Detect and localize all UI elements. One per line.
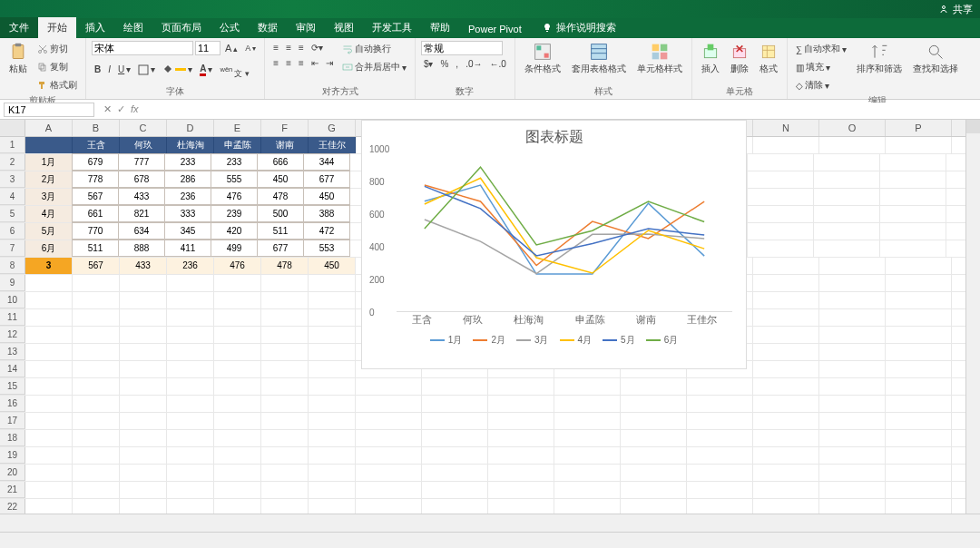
cell[interactable] <box>554 413 621 429</box>
fill-color-button[interactable]: ▾ <box>160 63 195 77</box>
cell[interactable]: 821 <box>118 205 165 222</box>
cell[interactable] <box>554 378 621 395</box>
cell[interactable] <box>214 396 261 412</box>
tab-view[interactable]: 视图 <box>325 17 363 38</box>
cell[interactable] <box>819 137 886 153</box>
cell[interactable] <box>621 378 687 395</box>
cell[interactable] <box>214 292 261 308</box>
cell[interactable] <box>886 275 952 291</box>
row-header[interactable]: 14 <box>0 361 25 377</box>
cell[interactable] <box>25 413 73 429</box>
cell[interactable] <box>488 413 554 429</box>
cell[interactable] <box>814 189 880 205</box>
cell[interactable] <box>167 361 214 377</box>
align-right-button[interactable]: ≡ <box>296 56 307 70</box>
embedded-chart[interactable]: 图表标题 王含何玖杜海淘申孟陈谢南王佳尔 02004006008001000 1… <box>361 120 747 369</box>
col-header[interactable]: G <box>309 120 356 136</box>
bold-button[interactable]: B <box>92 63 103 76</box>
row-header[interactable]: 11 <box>0 309 25 326</box>
cell[interactable] <box>748 240 814 257</box>
cell[interactable] <box>687 413 753 429</box>
cell[interactable] <box>422 413 488 429</box>
cell[interactable]: 4月 <box>25 206 73 222</box>
cell[interactable]: 6月 <box>25 240 73 257</box>
cell[interactable] <box>819 344 886 360</box>
cell[interactable]: 677 <box>303 171 350 188</box>
row-header[interactable]: 18 <box>0 430 25 446</box>
cell[interactable]: 王含 <box>73 137 120 153</box>
decrease-font-button[interactable]: A▾ <box>242 42 259 54</box>
cell[interactable] <box>621 482 687 498</box>
sort-filter-button[interactable]: 排序和筛选 <box>853 41 906 77</box>
cell[interactable] <box>261 309 309 326</box>
cell[interactable] <box>261 292 309 308</box>
cell[interactable]: 236 <box>167 258 214 274</box>
cell[interactable]: 333 <box>164 205 211 222</box>
cell[interactable]: 345 <box>164 222 211 240</box>
cell[interactable]: 555 <box>211 171 258 188</box>
cell[interactable] <box>214 361 261 377</box>
cell[interactable] <box>753 447 819 464</box>
cell[interactable] <box>886 378 952 395</box>
cell[interactable]: 王佳尔 <box>309 137 356 153</box>
cell[interactable] <box>554 447 621 464</box>
cell[interactable] <box>25 482 73 498</box>
cancel-formula-icon[interactable]: ✕ <box>103 103 112 115</box>
cell[interactable]: 677 <box>257 240 304 257</box>
cell[interactable] <box>753 465 819 481</box>
cell[interactable] <box>120 396 167 412</box>
cell[interactable] <box>422 378 488 395</box>
cell[interactable] <box>214 309 261 326</box>
cell[interactable] <box>687 482 753 498</box>
row-header[interactable]: 20 <box>0 465 25 481</box>
cell[interactable] <box>886 465 952 481</box>
cell[interactable] <box>25 378 73 395</box>
col-header[interactable]: N <box>753 120 819 136</box>
insert-cells-button[interactable]: 插入 <box>698 41 723 77</box>
share-button[interactable]: 共享 <box>938 3 973 16</box>
border-button[interactable]: ▾ <box>135 63 158 77</box>
select-all-corner[interactable] <box>0 120 25 136</box>
cell[interactable] <box>748 189 814 205</box>
row-header[interactable]: 13 <box>0 344 25 360</box>
cell[interactable] <box>621 447 687 464</box>
row-header[interactable]: 5 <box>0 206 25 222</box>
cell[interactable] <box>356 447 422 464</box>
cell[interactable]: 499 <box>211 240 258 257</box>
cell[interactable] <box>748 206 814 222</box>
tab-formulas[interactable]: 公式 <box>211 17 249 38</box>
cell[interactable] <box>309 447 356 464</box>
cell[interactable] <box>25 361 73 377</box>
cell[interactable]: 5月 <box>25 223 73 240</box>
cell[interactable] <box>167 447 214 464</box>
cell[interactable] <box>73 378 120 395</box>
delete-cells-button[interactable]: 删除 <box>727 41 752 77</box>
cell[interactable] <box>120 465 167 481</box>
cell[interactable] <box>261 275 309 291</box>
cell[interactable] <box>25 309 73 326</box>
cell[interactable] <box>880 171 946 188</box>
cell[interactable] <box>25 275 73 291</box>
cell[interactable] <box>120 327 167 343</box>
cell[interactable] <box>753 344 819 360</box>
cell[interactable] <box>309 430 356 446</box>
italic-button[interactable]: I <box>105 63 113 76</box>
cell[interactable] <box>886 137 952 153</box>
cell[interactable] <box>73 309 120 326</box>
tab-dev[interactable]: 开发工具 <box>363 17 421 38</box>
comma-button[interactable]: , <box>453 57 461 71</box>
spreadsheet-grid[interactable]: ABCDEFGHIJKLMNOP 1王含何玖杜海淘申孟陈谢南王佳尔21月6797… <box>0 120 980 529</box>
cell[interactable]: 2月 <box>25 171 73 188</box>
enter-formula-icon[interactable]: ✓ <box>117 103 125 115</box>
cell[interactable] <box>120 361 167 377</box>
cell[interactable]: 3 <box>25 258 73 274</box>
cell[interactable] <box>819 378 886 395</box>
cell[interactable] <box>261 378 309 395</box>
cell[interactable] <box>886 396 952 412</box>
font-size-combo[interactable] <box>195 41 220 55</box>
cell[interactable] <box>886 361 952 377</box>
cell[interactable] <box>261 327 309 343</box>
cell[interactable] <box>73 482 120 498</box>
find-select-button[interactable]: 查找和选择 <box>909 41 962 77</box>
cell[interactable] <box>309 396 356 412</box>
